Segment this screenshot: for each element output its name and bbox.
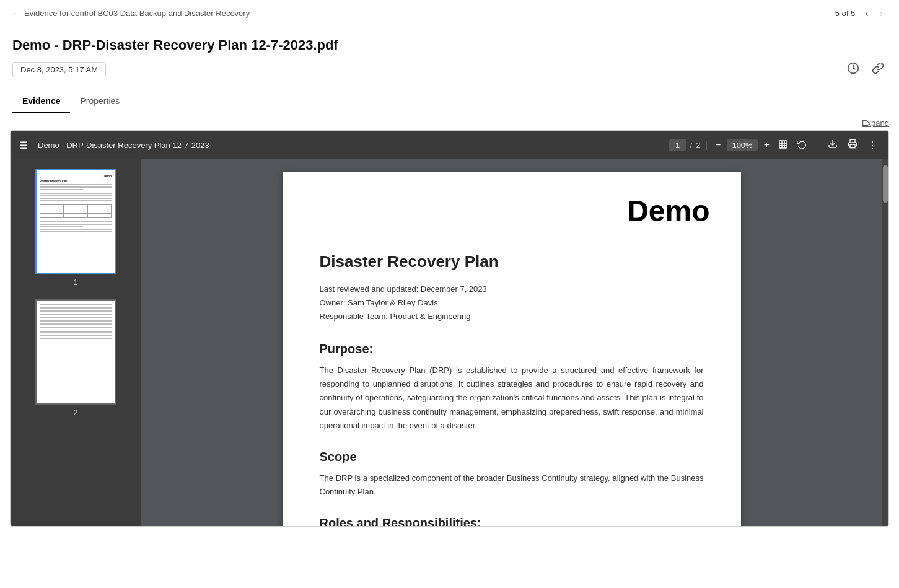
- thumb-line-2: [40, 338, 112, 339]
- meta-line-2: Owner: Sam Taylor & Riley Davis: [320, 296, 704, 310]
- top-nav: ← Evidence for control BC03 Data Backup …: [0, 0, 899, 27]
- thumb-table-cell: [64, 209, 87, 213]
- thumb-table-row: [40, 205, 111, 209]
- zoom-out-button[interactable]: −: [713, 139, 723, 151]
- thumb-table-cell: [88, 214, 111, 217]
- thumb-table-cell: [40, 205, 64, 209]
- pdf-viewer: ☰ Demo - DRP-Disaster Recovery Plan 12-7…: [10, 130, 889, 527]
- document-main-title: Disaster Recovery Plan: [320, 252, 704, 271]
- thumb-line-2: [40, 310, 112, 312]
- thumb-line: [40, 186, 112, 188]
- pdf-print-button[interactable]: [845, 139, 860, 151]
- thumb-line: [40, 224, 112, 225]
- section-title-scope: Scope: [320, 450, 704, 464]
- pdf-page-input[interactable]: [669, 139, 686, 151]
- back-arrow-icon: ←: [12, 9, 20, 18]
- pdf-thumb-img-2: [35, 299, 116, 405]
- back-link-label: Evidence for control BC03 Data Backup an…: [24, 9, 250, 18]
- date-badge: Dec 8, 2023, 5:17 AM: [12, 62, 106, 77]
- svg-rect-3: [850, 144, 855, 147]
- thumb-line-2: [40, 323, 112, 325]
- back-link[interactable]: ← Evidence for control BC03 Data Backup …: [12, 9, 250, 18]
- pdf-download-button[interactable]: [825, 139, 840, 151]
- nav-controls: 5 of 5 ‹ ›: [835, 7, 887, 20]
- thumb-line: [40, 193, 112, 194]
- pdf-scrollbar-thumb[interactable]: [883, 165, 888, 203]
- tab-evidence[interactable]: Evidence: [12, 90, 70, 113]
- fit-page-button[interactable]: [776, 139, 791, 151]
- thumb-line: [40, 221, 112, 222]
- thumb-line-2: [40, 304, 112, 305]
- thumb-line-2: [40, 307, 112, 309]
- header-icons: [844, 59, 887, 80]
- thumb-line: [40, 189, 83, 190]
- next-page-button[interactable]: ›: [876, 7, 887, 20]
- pdf-page-sep: /: [690, 141, 693, 150]
- thumb-line: [40, 226, 83, 227]
- pdf-menu-icon[interactable]: ☰: [19, 139, 28, 151]
- pdf-content: Demo Disaster Recovery Plan: [11, 159, 888, 526]
- section-title-roles: Roles and Responsibilities:: [320, 516, 704, 526]
- link-icon-button[interactable]: [869, 59, 887, 80]
- thumb-line-2: [40, 314, 112, 315]
- thumb-line-2: [40, 335, 112, 336]
- pdf-thumbnail-2[interactable]: 2: [18, 299, 133, 417]
- thumb-table-row: [40, 209, 111, 214]
- thumbnail-num-2: 2: [74, 408, 78, 417]
- pdf-toolbar-title: Demo - DRP-Disaster Recovery Plan 12-7-2…: [38, 141, 663, 150]
- header-section: Demo - DRP-Disaster Recovery Plan 12-7-2…: [0, 27, 899, 87]
- thumb-line: [40, 184, 112, 185]
- thumb-table-cell: [88, 209, 111, 213]
- rotate-button[interactable]: [794, 139, 809, 151]
- thumbnail-num-1: 1: [74, 278, 78, 287]
- document-meta: Last reviewed and updated: December 7, 2…: [320, 283, 704, 323]
- expand-row: Expand: [0, 113, 899, 130]
- thumb-table-cell: [40, 214, 64, 217]
- pdf-page-document: Demo Disaster Recovery Plan Last reviewe…: [283, 172, 741, 526]
- thumb-line-2: [40, 327, 112, 328]
- pdf-scrollbar[interactable]: [882, 159, 888, 526]
- pdf-page-nav: / 2 | − 100% +: [669, 139, 809, 151]
- zoom-in-button[interactable]: +: [761, 139, 772, 151]
- pdf-divider-1: |: [705, 140, 708, 150]
- pdf-toolbar: ☰ Demo - DRP-Disaster Recovery Plan 12-7…: [11, 131, 888, 159]
- thumb-line-2: [40, 317, 112, 318]
- prev-page-button[interactable]: ‹: [861, 7, 872, 20]
- expand-link[interactable]: Expand: [862, 118, 889, 128]
- thumb-line: [40, 231, 112, 232]
- history-icon-button[interactable]: [844, 59, 862, 80]
- section-title-purpose: Purpose:: [320, 342, 704, 356]
- meta-line-1: Last reviewed and updated: December 7, 2…: [320, 283, 704, 296]
- tabs-bar: Evidence Properties: [0, 90, 899, 113]
- pdf-page-total: 2: [696, 141, 700, 150]
- pdf-zoom-level: 100%: [727, 139, 757, 151]
- thumb-line: [40, 200, 112, 201]
- thumb-line-2: [40, 320, 112, 322]
- pdf-thumbnails-panel: Demo Disaster Recovery Plan: [11, 159, 141, 526]
- thumb-table-cell: [64, 205, 87, 209]
- pdf-page-display[interactable]: Demo Disaster Recovery Plan Last reviewe…: [141, 159, 882, 526]
- document-title: Demo - DRP-Disaster Recovery Plan 12-7-2…: [12, 37, 887, 53]
- section-body-purpose: The Disaster Recovery Plan (DRP) is esta…: [320, 364, 704, 432]
- thumb-table-cell: [64, 214, 87, 217]
- section-body-scope: The DRP is a specialized component of th…: [320, 472, 704, 499]
- thumb-line: [40, 195, 112, 196]
- demo-watermark: Demo: [627, 194, 709, 228]
- tab-properties[interactable]: Properties: [70, 90, 129, 113]
- page-counter: 5 of 5: [835, 9, 856, 18]
- meta-line-3: Responsible Team: Product & Engineering: [320, 310, 704, 323]
- thumb-table-cell: [40, 209, 64, 213]
- svg-rect-1: [779, 141, 787, 148]
- thumb-line-2: [40, 331, 112, 333]
- pdf-thumbnail-1[interactable]: Demo Disaster Recovery Plan: [18, 169, 133, 287]
- pdf-thumb-img-1: Demo Disaster Recovery Plan: [35, 169, 116, 274]
- thumb-1-content: Demo Disaster Recovery Plan: [37, 170, 115, 237]
- thumb-line: [40, 229, 112, 230]
- pdf-more-button[interactable]: ⋮: [865, 139, 880, 151]
- thumb-line: [40, 198, 112, 199]
- pdf-toolbar-right: ⋮: [825, 139, 880, 151]
- thumb-table-row: [40, 214, 111, 217]
- thumb-table-cell: [88, 205, 111, 209]
- thumb-2-content: [37, 301, 115, 344]
